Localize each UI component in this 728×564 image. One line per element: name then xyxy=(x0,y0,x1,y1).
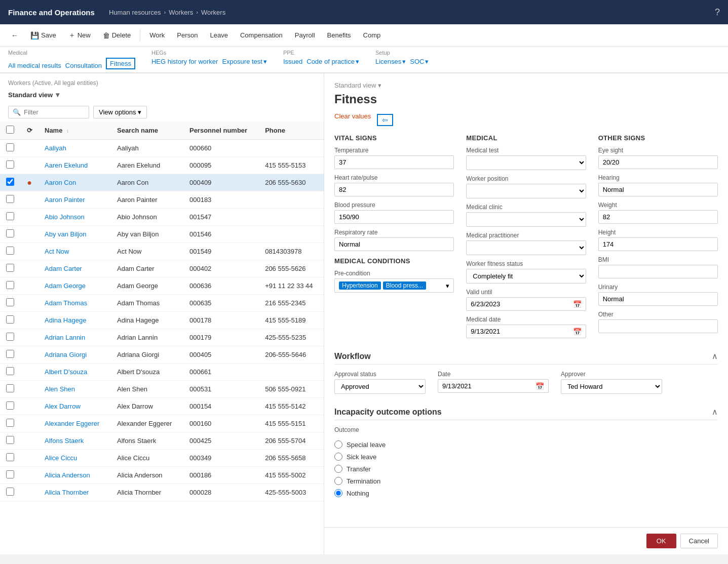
row-name-3[interactable]: Aaron Painter xyxy=(39,191,111,209)
row-checkbox-16[interactable] xyxy=(6,419,14,427)
row-checkbox-15[interactable] xyxy=(6,401,14,410)
ribbon-code-of-practice[interactable]: Code of practice ▾ xyxy=(306,58,359,65)
row-checkbox-4[interactable] xyxy=(6,212,14,220)
outcome-option-termination[interactable]: Termination xyxy=(334,477,718,485)
tab-compensation[interactable]: Compensation xyxy=(235,29,288,41)
ribbon-fitness[interactable]: Fitness xyxy=(106,58,135,69)
outcome-radio-sick_leave[interactable] xyxy=(334,453,342,461)
row-checkbox-1[interactable] xyxy=(6,160,14,169)
help-icon[interactable]: ? xyxy=(715,7,720,18)
row-name-10[interactable]: Adina Hagege xyxy=(39,312,111,329)
row-name-14[interactable]: Alen Shen xyxy=(39,381,111,398)
row-name-15[interactable]: Alex Darrow xyxy=(39,398,111,415)
breadcrumb-human-resources[interactable]: Human resources xyxy=(109,9,161,16)
medical-clinic-select[interactable] xyxy=(466,212,586,227)
tab-leave[interactable]: Leave xyxy=(205,29,233,41)
row-checkbox-11[interactable] xyxy=(6,333,14,341)
row-name-13[interactable]: Albert D'souza xyxy=(39,364,111,381)
heart-rate-input[interactable] xyxy=(334,183,454,196)
other-input[interactable] xyxy=(598,319,718,333)
new-button[interactable]: ＋ New xyxy=(63,29,96,42)
delete-button[interactable]: 🗑 Delete xyxy=(98,29,136,42)
outcome-option-transfer[interactable]: Transfer xyxy=(334,465,718,473)
row-name-12[interactable]: Adriana Giorgi xyxy=(39,346,111,364)
row-checkbox-8[interactable] xyxy=(6,281,14,289)
tab-person[interactable]: Person xyxy=(172,29,203,41)
pre-condition-dropdown[interactable]: Hypertension Blood press... ▾ xyxy=(334,278,454,293)
col-header-search-name[interactable]: Search name xyxy=(111,122,183,140)
row-checkbox-17[interactable] xyxy=(6,436,14,444)
row-checkbox-6[interactable] xyxy=(6,247,14,255)
height-input[interactable] xyxy=(598,237,718,251)
cancel-button[interactable]: Cancel xyxy=(680,534,718,548)
ribbon-issued[interactable]: Issued xyxy=(283,58,302,65)
workflow-date-input[interactable] xyxy=(438,380,531,392)
row-checkbox-9[interactable] xyxy=(6,298,14,306)
row-checkbox-2[interactable] xyxy=(6,178,14,186)
ribbon-all-medical-results[interactable]: All medical results xyxy=(8,62,61,69)
row-checkbox-10[interactable] xyxy=(6,315,14,324)
urinary-input[interactable] xyxy=(598,292,718,306)
row-checkbox-20[interactable] xyxy=(6,488,14,496)
medical-date-calendar-icon[interactable]: 📅 xyxy=(569,326,586,338)
tab-payroll[interactable]: Payroll xyxy=(290,29,320,41)
row-checkbox-3[interactable] xyxy=(6,195,14,203)
valid-until-input[interactable] xyxy=(467,298,568,310)
row-checkbox-14[interactable] xyxy=(6,384,14,392)
row-name-5[interactable]: Aby van Biljon xyxy=(39,226,111,243)
clear-values-link[interactable]: Clear values xyxy=(334,112,371,120)
tab-comp[interactable]: Comp xyxy=(358,29,386,41)
outcome-radio-nothing[interactable] xyxy=(334,489,342,497)
col-header-phone[interactable]: Phone xyxy=(259,122,324,140)
select-all-checkbox[interactable] xyxy=(6,126,14,134)
respiratory-rate-input[interactable] xyxy=(334,237,454,251)
ribbon-heg-history[interactable]: HEG history for worker xyxy=(151,58,218,65)
breadcrumb-workers-2[interactable]: Workers xyxy=(201,9,225,16)
refresh-icon[interactable]: ⟳ xyxy=(27,127,32,134)
medical-date-input[interactable] xyxy=(467,325,568,338)
row-checkbox-18[interactable] xyxy=(6,453,14,461)
col-header-name[interactable]: Name ↕ xyxy=(39,122,111,140)
save-button[interactable]: 💾 Save xyxy=(25,29,61,42)
bmi-input[interactable] xyxy=(598,265,718,278)
list-title-chevron[interactable]: ▾ xyxy=(56,91,59,99)
row-name-4[interactable]: Abio Johnson xyxy=(39,209,111,226)
tab-work[interactable]: Work xyxy=(144,29,170,41)
row-name-16[interactable]: Alexander Eggerer xyxy=(39,415,111,432)
workflow-collapse-button[interactable]: ∧ xyxy=(712,351,718,361)
workflow-date-calendar-icon[interactable]: 📅 xyxy=(531,380,548,392)
tab-benefits[interactable]: Benefits xyxy=(322,29,356,41)
row-name-7[interactable]: Adam Carter xyxy=(39,260,111,277)
outcome-radio-termination[interactable] xyxy=(334,477,342,485)
row-name-17[interactable]: Alfons Staerk xyxy=(39,432,111,450)
ribbon-exposure-test[interactable]: Exposure test ▾ xyxy=(222,58,267,65)
col-header-personnel[interactable]: Personnel number xyxy=(183,122,259,140)
row-checkbox-13[interactable] xyxy=(6,367,14,375)
incapacity-collapse-button[interactable]: ∧ xyxy=(712,407,718,417)
medical-test-select[interactable] xyxy=(466,155,586,170)
temperature-input[interactable] xyxy=(334,155,454,169)
row-checkbox-7[interactable] xyxy=(6,264,14,272)
worker-position-select[interactable] xyxy=(466,184,586,198)
row-checkbox-0[interactable] xyxy=(6,143,14,151)
back-button[interactable]: ← xyxy=(6,29,23,42)
outcome-radio-special_leave[interactable] xyxy=(334,440,342,449)
row-name-9[interactable]: Adam Thomas xyxy=(39,295,111,312)
ribbon-consultation[interactable]: Consultation xyxy=(65,62,102,69)
blood-pressure-input[interactable] xyxy=(334,210,454,224)
row-name-6[interactable]: Act Now xyxy=(39,243,111,260)
view-options-button[interactable]: View options ▾ xyxy=(93,106,147,118)
row-name-8[interactable]: Adam George xyxy=(39,277,111,295)
row-checkbox-12[interactable] xyxy=(6,350,14,358)
medical-practitioner-select[interactable] xyxy=(466,240,586,255)
approver-select[interactable]: Ted Howard xyxy=(561,379,662,394)
ribbon-licenses[interactable]: Licenses ▾ xyxy=(375,58,406,65)
weight-input[interactable] xyxy=(598,210,718,224)
row-name-20[interactable]: Alicia Thornber xyxy=(39,484,111,501)
valid-until-calendar-icon[interactable]: 📅 xyxy=(569,298,586,310)
panel-view-header[interactable]: Standard view ▾ xyxy=(334,82,718,89)
breadcrumb-workers-1[interactable]: Workers xyxy=(169,9,193,16)
eye-sight-input[interactable] xyxy=(598,155,718,169)
row-name-0[interactable]: Aaliyah xyxy=(39,140,111,157)
search-input[interactable] xyxy=(24,108,85,116)
